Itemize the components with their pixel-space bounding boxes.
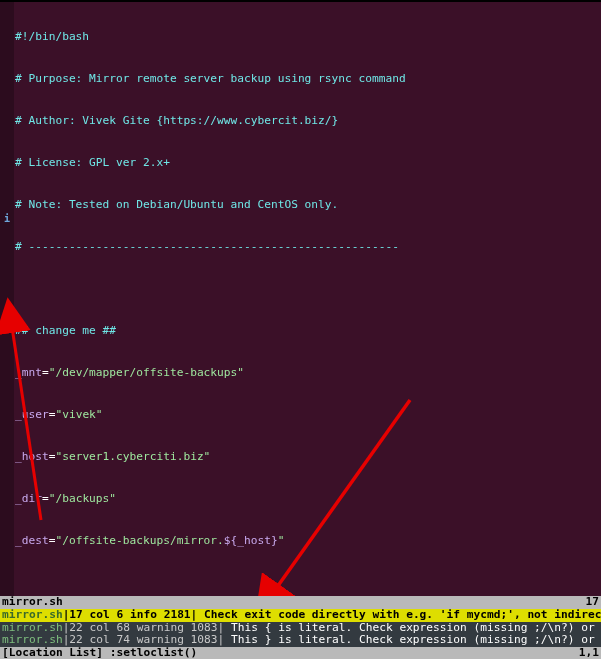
- info-sign-icon: i: [2, 212, 12, 226]
- comment: # Author: Vivek Gite {https://www.cyberc…: [15, 114, 338, 127]
- buffer-status-line: mirror.sh 17: [0, 596, 601, 609]
- quickfix-item[interactable]: mirror.sh|22 col 68 warning 1083| This {…: [0, 622, 601, 635]
- var-name: _mnt: [15, 366, 42, 379]
- string: ": [278, 534, 285, 547]
- qf-msg: This } is literal. Check expression (mis…: [224, 634, 601, 646]
- code-buffer[interactable]: #!/bin/bash # Purpose: Mirror remote ser…: [14, 2, 601, 596]
- loclist-pos: 1,1: [579, 647, 599, 659]
- var-name: _dir: [15, 492, 42, 505]
- comment: # Note: Tested on Debian/Ubuntu and Cent…: [15, 198, 338, 211]
- qf-loc: |22 col 68 warning 1083|: [63, 622, 225, 634]
- qf-loc: |17 col 6 info 2181|: [63, 609, 198, 621]
- qf-file: mirror.sh: [2, 622, 63, 634]
- string: "/dev/mapper/offsite-backups": [49, 366, 244, 379]
- string: "/backups": [49, 492, 116, 505]
- var-name: _dest: [15, 534, 49, 547]
- shebang: #!/bin/bash: [15, 30, 89, 43]
- var-expansion: ${_host}: [224, 534, 278, 547]
- string: "vivek": [55, 408, 102, 421]
- status-area: mirror.sh 17 mirror.sh|17 col 6 info 218…: [0, 596, 601, 659]
- comment: # --------------------------------------…: [15, 240, 399, 253]
- location-list-status: [Location List] :setloclist() 1,1: [0, 647, 601, 659]
- section-header: ## change me ##: [15, 324, 116, 337]
- qf-loc: |22 col 74 warning 1083|: [63, 634, 225, 646]
- string: "/offsite-backups/mirror.: [55, 534, 223, 547]
- quickfix-item[interactable]: mirror.sh|22 col 74 warning 1083| This }…: [0, 634, 601, 647]
- warning-sign-icon: ▲: [2, 310, 12, 324]
- qf-msg: Check exit code directly with e.g. 'if m…: [197, 609, 601, 621]
- gutter: i ▲: [0, 2, 14, 596]
- qf-file: mirror.sh: [2, 634, 63, 646]
- loclist-title: [Location List] :setloclist(): [2, 647, 197, 659]
- comment: # License: GPL ver 2.x+: [15, 156, 170, 169]
- line-number: 17: [586, 596, 599, 609]
- string: "server1.cyberciti.biz": [55, 450, 210, 463]
- quickfix-selected[interactable]: mirror.sh|17 col 6 info 2181| Check exit…: [0, 609, 601, 622]
- code-area[interactable]: i ▲ #!/bin/bash # Purpose: Mirror remote…: [0, 2, 601, 596]
- comment: # Purpose: Mirror remote server backup u…: [15, 72, 406, 85]
- qf-msg: This { is literal. Check expression (mis…: [224, 622, 601, 634]
- var-name: _user: [15, 408, 49, 421]
- var-name: _host: [15, 450, 49, 463]
- editor-window: i ▲ #!/bin/bash # Purpose: Mirror remote…: [0, 0, 601, 659]
- buffer-name: mirror.sh: [2, 596, 63, 608]
- qf-file: mirror.sh: [2, 609, 63, 621]
